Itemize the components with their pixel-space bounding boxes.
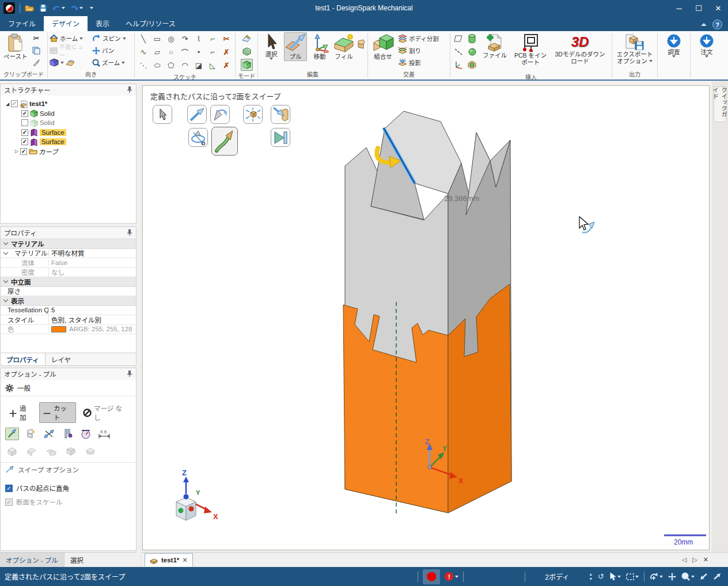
sketch-line-icon[interactable]: ╲	[136, 32, 150, 46]
selection-box-tool[interactable]	[626, 573, 639, 580]
ruler-option-button[interactable]	[60, 428, 74, 440]
sketch-3pt-arc-icon[interactable]: ◠	[178, 59, 192, 72]
sketch-circle-icon[interactable]: ◎	[164, 32, 178, 46]
item-checkbox[interactable]	[21, 119, 28, 126]
select-caret[interactable]	[270, 58, 273, 60]
expand-icon[interactable]: ▷	[13, 149, 20, 154]
tab-options-pull[interactable]: オプション - プル	[0, 553, 65, 567]
prop-tessellation[interactable]: Tessellation Qua 5	[1, 306, 136, 316]
tree-item-solid-1[interactable]: Solid	[4, 109, 136, 119]
minitool-pull-both[interactable]	[243, 105, 263, 124]
close-button[interactable]: ✕	[708, 1, 728, 15]
tab-file[interactable]: ファイル	[0, 16, 44, 31]
prop-thickness[interactable]: 厚さ	[1, 287, 136, 297]
minitool-select[interactable]	[153, 105, 172, 124]
prop-style[interactable]: スタイル 色別, スタイル別	[1, 315, 136, 325]
error-indicator[interactable]: !	[445, 572, 458, 581]
minitool-pivot-edge[interactable]	[210, 105, 230, 124]
solid-mode-button[interactable]	[241, 59, 253, 71]
maximize-button[interactable]: ☐	[689, 1, 708, 15]
collapse-ribbon-button[interactable]	[701, 23, 707, 26]
sketch-3pt-rectangle-icon[interactable]: ▱	[150, 46, 164, 59]
select-tool-button[interactable]: 選択	[260, 32, 283, 61]
tab-view[interactable]: 表示	[88, 16, 117, 31]
export-options-button[interactable]: エクスポート オプション	[615, 32, 655, 66]
order-caret[interactable]	[705, 55, 708, 58]
prop-material-name[interactable]: マテリアル名 不明な材質	[1, 249, 136, 259]
section-display[interactable]: 表示	[1, 296, 136, 306]
sweep-option-button[interactable]	[5, 428, 19, 440]
sketch-fillet-icon[interactable]: ⌐	[206, 32, 219, 46]
insert-sphere-button[interactable]	[466, 46, 478, 58]
sketch-construction-line-icon[interactable]: ⋱	[136, 59, 150, 72]
no-merge-toggle[interactable]: マージ なし	[79, 402, 131, 423]
import-pcb-button[interactable]: PCB をインポート	[510, 32, 551, 67]
pin-icon[interactable]	[127, 229, 132, 237]
fill-tool-button[interactable]: フィル	[332, 32, 355, 61]
pan-view-tool[interactable]	[668, 573, 676, 581]
insert-origin-button[interactable]	[466, 59, 478, 71]
color-swatch[interactable]	[51, 326, 66, 332]
minimize-button[interactable]: ─	[669, 1, 689, 15]
zoom-out-arrow-icon[interactable]	[700, 573, 708, 580]
sketch-split-icon[interactable]: ✗	[219, 46, 233, 59]
sketch-point-icon[interactable]: •	[192, 46, 206, 59]
view-caret[interactable]	[60, 62, 64, 64]
tree-item-curves[interactable]: ▷ カーブ	[4, 147, 136, 157]
home-caret[interactable]	[79, 37, 83, 40]
document-tab[interactable]: test1* ✕	[145, 553, 193, 566]
sketch-sweep-arc-icon[interactable]: ⌒	[178, 46, 192, 59]
spin-caret[interactable]	[123, 37, 126, 40]
section-material[interactable]: マテリアル	[1, 239, 136, 249]
tree-item-surface-2[interactable]: Surface	[4, 137, 136, 147]
paste-button[interactable]: ペースト	[2, 32, 29, 61]
select-cursor-tool[interactable]	[609, 572, 621, 581]
both-sides-option-button[interactable]	[42, 428, 56, 440]
help-icon[interactable]: ?	[712, 20, 722, 29]
download-3d-model-button[interactable]: 3D 3Dモデルのダウンロード	[552, 32, 608, 66]
zoom-caret[interactable]	[122, 62, 125, 64]
tree-root[interactable]: ◢ test1*	[4, 99, 136, 109]
sketch-delete-icon[interactable]: ✗	[219, 59, 233, 72]
pin-icon[interactable]	[127, 370, 132, 378]
blend-tool-button[interactable]	[357, 38, 367, 50]
measure-option-button[interactable]: X X	[97, 428, 111, 440]
tree-item-surface-1[interactable]: Surface	[4, 128, 136, 138]
sketch-3pt-circle-icon[interactable]: ○	[164, 46, 178, 59]
investigate-caret[interactable]	[672, 55, 676, 58]
copy-button[interactable]	[30, 44, 42, 56]
prev-tab-arrow[interactable]: ◁	[682, 556, 687, 564]
tab-design[interactable]: デザイン	[44, 16, 88, 31]
minitool-revolve[interactable]	[188, 128, 208, 147]
pan-button[interactable]: パン	[92, 44, 115, 56]
sketch-mode-button[interactable]	[241, 32, 253, 44]
prop-color[interactable]: 色 ARGB: 255, 255, 128	[1, 325, 136, 335]
gauge-option-button[interactable]	[79, 428, 93, 440]
zoom-button[interactable]: ズーム	[92, 56, 125, 69]
minitool-up-to[interactable]	[271, 105, 290, 124]
split-body-button[interactable]: ボディ分割	[397, 32, 439, 44]
root-checkbox[interactable]	[11, 100, 18, 107]
sketch-spline-icon[interactable]: ∿	[136, 46, 150, 59]
sketch-bend-icon[interactable]: ◺	[206, 59, 219, 72]
model-canvas[interactable]: 定義されたパスに沿って2面をスイープ 29.386mm	[142, 85, 710, 550]
section-neutral[interactable]: 中立面	[1, 277, 136, 287]
pull-cut-toggle[interactable]: －カット	[39, 402, 76, 423]
tab-properties[interactable]: プロパティ	[1, 353, 46, 365]
combine-button[interactable]: 組合せ	[370, 32, 396, 61]
tab-help[interactable]: ヘルプ/リソース	[117, 16, 184, 31]
expand-icon[interactable]: ◢	[4, 101, 11, 107]
item-checkbox[interactable]	[21, 129, 28, 136]
minitool-skip-to-end[interactable]	[271, 128, 290, 147]
tab-layers[interactable]: レイヤ	[46, 353, 77, 365]
undo-view-icon[interactable]: ↺	[598, 572, 604, 581]
export-caret[interactable]	[649, 60, 653, 62]
format-painter-button[interactable]	[30, 56, 42, 69]
next-tab-arrow[interactable]: ▷	[692, 556, 697, 564]
close-tab-icon[interactable]: ✕	[182, 556, 188, 564]
minitool-sweep[interactable]	[211, 127, 238, 156]
sketch-ellipse-icon[interactable]: ⬭	[150, 59, 164, 72]
sweep-options-section[interactable]: スイープ オプション	[1, 463, 136, 477]
investigate-button[interactable]: 調査	[662, 32, 685, 59]
pull-add-toggle[interactable]: ＋追加	[5, 402, 36, 423]
